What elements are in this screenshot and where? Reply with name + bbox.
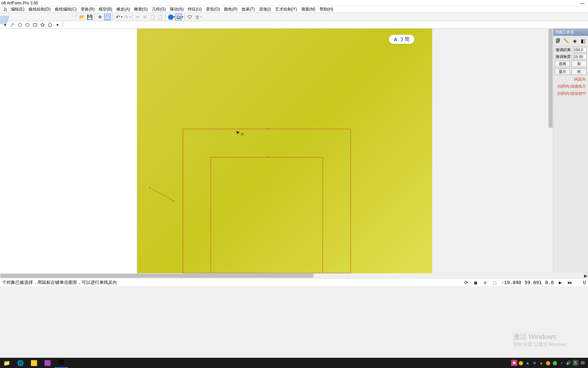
save-file-icon[interactable]: 💾 [86,14,93,20]
shape-dropdown-icon[interactable]: ▾ [54,22,61,28]
status-bar: 个对象已被选择，用鼠标左键单击图形，可以进行单线反向 ⟳ ▦ ✛ ⬚ -19.0… [0,278,588,286]
menu-curve-edit[interactable]: 曲线编辑(C) [53,6,79,13]
paste-special-icon[interactable]: 📋 [157,14,163,20]
refresh-icon[interactable]: ⟳ [463,279,469,286]
menu-curve-draw[interactable]: 曲线绘制(D) [27,6,53,13]
direction-arrow-icon: → [265,126,270,131]
app-icon[interactable]: 🟨 [27,358,41,368]
app2-icon[interactable]: 🟪 [41,358,54,368]
menu-edit[interactable]: 编辑(E) [9,6,27,13]
polygon-icon[interactable] [47,22,53,28]
redo-dropdown-icon[interactable]: ▾ [129,15,131,18]
paste-icon[interactable]: 📋 [149,14,156,20]
edit-icon[interactable]: ✏️ [563,37,570,45]
hscroll-thumb[interactable] [0,274,313,278]
menu-effect[interactable]: 效果(T) [240,6,257,13]
taskbar-clock[interactable]: 20 [579,361,586,365]
undo-dropdown-icon[interactable]: ▾ [121,15,122,18]
ellipse-icon[interactable] [24,22,31,28]
same-curve-link[interactable]: [S]同向(按曲线方 [553,83,588,90]
cube-icon[interactable]: ◧ [580,37,587,45]
menu-drive[interactable]: 驱动(N) [168,6,186,13]
same-radial-link[interactable]: [D]同向(按放射中 [553,90,588,97]
hscroll-right-arrow-icon[interactable]: ▶ [583,273,588,278]
horizontal-scrollbar[interactable]: ▶ [0,273,588,278]
pen-icon[interactable] [10,22,16,28]
tray-icon[interactable]: ■ [532,360,538,366]
hscroll-track[interactable] [0,273,583,278]
menu-sculpt[interactable]: 雕塑(S) [132,6,150,13]
show-button[interactable]: 显示 [555,68,570,75]
layer-copy-icon[interactable]: 🗐 [555,37,562,45]
coord-x: -19.040 [501,280,521,285]
select-rect-icon[interactable]: ⬚ [104,14,111,20]
bounds-icon[interactable]: ⬚ [492,279,498,286]
skip-icon[interactable]: ⏭ [567,279,573,286]
menu-measure[interactable]: 测量(M) [299,6,317,13]
canvas-area[interactable]: → → ➤ ◔ A ☽ 简 [137,29,553,273]
menu-art[interactable]: 艺术绘制(Y) [273,6,299,13]
cut-icon[interactable]: ✂ [134,14,141,20]
undo-icon[interactable]: ↶ [115,14,121,20]
shield-icon[interactable]: 🛡 [186,14,193,20]
minimize-icon[interactable]: — [580,0,585,6]
menu-help[interactable]: 帮助(H) [317,6,336,13]
tray-s-icon[interactable]: S [572,360,578,366]
menu-deform[interactable]: 变形(O) [204,6,222,13]
tray-icon[interactable]: ⬤ [518,360,524,366]
menu-model[interactable]: 模型(B) [97,6,114,13]
select-button[interactable]: 选择 [555,61,570,67]
circle-icon[interactable] [17,22,23,28]
speaker-icon[interactable]: 🔊 [566,360,572,366]
artform-task-icon[interactable]: 🖼 [54,358,68,368]
ime-moon-icon: ☽ [399,36,403,43]
canvas-viewport[interactable]: → → ➤ ◔ A ☽ 简 [137,29,432,273]
network-icon[interactable]: ▫ [559,360,565,366]
menu-options[interactable]: 选项(I) [257,6,273,13]
layers-icon[interactable]: 🗂 [175,14,182,20]
open-file-icon[interactable]: 📂 [79,14,85,20]
menu-geometry[interactable]: 几何(G) [150,6,168,13]
file-explorer-icon[interactable]: 📁 [0,358,14,368]
play-icon[interactable]: ▶ [557,279,564,286]
tray-icon[interactable]: ⬤ [545,360,551,366]
new-file-icon[interactable]: 📄 [71,14,78,20]
menu-eraser[interactable]: 橡皮(A) [114,6,132,13]
menu-feature[interactable]: 特征(U) [186,6,204,13]
tray-icon[interactable]: ⬤ [552,360,558,366]
svg-point-0 [18,23,22,27]
trash-dropdown-icon[interactable]: ▾ [200,15,202,18]
sphere-dropdown-icon[interactable]: ▾ [174,15,175,18]
layers-dropdown-icon[interactable]: ▾ [182,15,183,18]
ime-badge[interactable]: A ☽ 简 [389,35,414,44]
copy-icon[interactable]: ⎘ [142,14,148,20]
angle-input[interactable] [573,54,587,59]
reverse-link[interactable]: [A]反向 [553,76,588,83]
rectangle-icon[interactable] [32,22,38,28]
coord-y: 59.091 [525,280,542,285]
tray-icon[interactable]: ▲ [538,360,544,366]
inner-rectangle[interactable] [211,157,323,273]
menu-transform[interactable]: 变换(R) [79,6,97,13]
grid-icon[interactable]: ▦ [473,279,479,286]
diamond-icon[interactable]: ◈ [571,37,578,45]
redo-icon[interactable]: ↷ [123,14,130,20]
pair-button[interactable]: 对 [571,68,587,75]
browser-icon[interactable]: 🌐 [14,358,27,368]
sphere-icon[interactable]: 🔵 [167,14,174,20]
menu-file[interactable]: J) [1,6,9,13]
squiggle-curve[interactable] [147,185,178,206]
tray-icon[interactable]: ✖ [511,360,517,366]
tray-icon[interactable]: ▲ [525,360,531,366]
menu-color[interactable]: 颜色(P) [222,6,240,13]
crosshair-icon[interactable]: ✛ [97,14,103,20]
vscroll-thumb[interactable] [549,29,553,128]
angle-row: 微调角度: [553,53,588,60]
vertical-scrollbar[interactable] [548,29,553,273]
crosshair-status-icon[interactable]: ✛ [482,279,488,286]
windows-watermark: 激活 Windows 转到"设置"以激活 Windows, [513,332,568,348]
star-icon[interactable] [39,22,46,28]
dist-input[interactable] [573,47,587,52]
trash-icon[interactable]: 🗑 [194,14,201,20]
add-button[interactable]: 加 [571,61,587,67]
